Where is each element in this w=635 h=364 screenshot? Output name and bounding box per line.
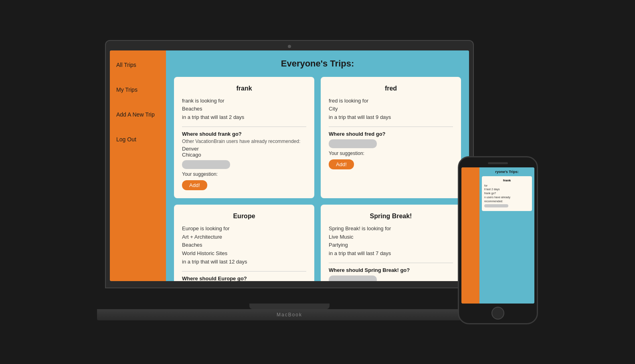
trip-divider-spring-break [329, 263, 453, 263]
trip-looking-for-spring-break: Spring Break! is looking for [329, 225, 391, 231]
trip-looking-for-europe: Europe is looking for [182, 225, 230, 231]
laptop-screen: All Trips My Trips Add A New Trip Log Ou… [110, 50, 469, 281]
suggestion-input-spring-break[interactable] [329, 276, 377, 281]
your-suggestion-label-fred: Your suggestion: [329, 151, 453, 156]
trip-interest-fred-0: City [329, 106, 338, 112]
laptop-camera [288, 45, 291, 48]
phone-page-title: ryone's Trips: [482, 170, 532, 174]
trip-card-title-europe: Europe [182, 213, 306, 220]
trip-suggestion-label-frank: Where should frank go? [182, 131, 306, 137]
add-button-frank[interactable]: Add! [182, 180, 207, 190]
trip-card-europe: Europe Europe is looking for Art + Archi… [174, 205, 314, 281]
laptop-stand [249, 304, 330, 309]
phone-card-text-frank: for ll last 2 days [484, 184, 530, 192]
phone-home-button[interactable] [491, 307, 504, 320]
main-content: Everyone's Trips: frank frank is looking… [166, 50, 469, 281]
trip-duration-spring-break: in a trip that will last 7 days [329, 250, 391, 256]
trip-divider-fred [329, 127, 453, 127]
phone-card-recommended-frank: n users have already recommended: [484, 195, 530, 203]
phone-card-frank: frank for ll last 2 days frank go? n use… [482, 176, 532, 211]
phone-card-question-frank: frank go? [484, 191, 530, 195]
trip-card-fred: fred fred is looking for City in a trip … [321, 77, 461, 198]
trip-card-frank: frank frank is looking for Beaches in a … [174, 77, 314, 198]
sidebar-item-log-out[interactable]: Log Out [110, 133, 166, 146]
sidebar-item-my-trips[interactable]: My Trips [110, 83, 166, 96]
phone-screen: ryone's Trips: frank for ll last 2 days … [461, 167, 534, 304]
trip-duration-europe: in a trip that will last 12 days [182, 259, 247, 265]
scene: All Trips My Trips Add A New Trip Log Ou… [97, 32, 538, 332]
trips-grid: frank frank is looking for Beaches in a … [174, 77, 461, 281]
trip-interest-frank-0: Beaches [182, 106, 202, 112]
trip-recommended-frank-0: Denver [182, 146, 306, 152]
trip-suggestion-label-fred: Where should fred go? [329, 131, 453, 137]
trip-info-spring-break: Spring Break! is looking for Live Music … [329, 225, 453, 258]
laptop-base: MacBook [97, 309, 482, 320]
phone: ryone's Trips: frank for ll last 2 days … [458, 156, 538, 324]
trip-suggestion-label-spring-break: Where should Spring Break! go? [329, 267, 453, 273]
trip-duration-frank: in a trip that will last 2 days [182, 114, 244, 120]
trip-interest-europe-0: Art + Architecture [182, 234, 222, 240]
laptop-body: All Trips My Trips Add A New Trip Log Ou… [105, 40, 474, 288]
laptop-brand: MacBook [277, 312, 302, 318]
sidebar: All Trips My Trips Add A New Trip Log Ou… [110, 50, 166, 281]
trip-info-europe: Europe is looking for Art + Architecture… [182, 225, 306, 266]
sidebar-item-add-trip[interactable]: Add A New Trip [110, 108, 166, 121]
suggestion-input-fred[interactable] [329, 139, 377, 148]
trip-interest-spring-break-0: Live Music [329, 234, 353, 240]
trip-recommended-frank-1: Chicago [182, 152, 306, 158]
sidebar-item-all-trips[interactable]: All Trips [110, 58, 166, 71]
trip-looking-for-fred: fred is looking for [329, 98, 368, 104]
add-button-fred[interactable]: Add! [329, 159, 354, 169]
trip-interest-spring-break-1: Partying [329, 242, 348, 248]
trip-looking-for-frank: frank is looking for [182, 98, 224, 104]
trip-card-spring-break: Spring Break! Spring Break! is looking f… [321, 205, 461, 281]
trip-card-title-frank: frank [182, 85, 306, 92]
trip-info-frank: frank is looking for Beaches in a trip t… [182, 97, 306, 122]
phone-input-frank [484, 204, 508, 207]
laptop: All Trips My Trips Add A New Trip Log Ou… [97, 32, 482, 320]
trip-info-fred: fred is looking for City in a trip that … [329, 97, 453, 122]
trip-divider-europe [182, 271, 306, 271]
trip-suggestion-label-europe: Where should Europe go? [182, 276, 306, 281]
phone-main: ryone's Trips: frank for ll last 2 days … [479, 167, 534, 304]
trip-card-title-spring-break: Spring Break! [329, 213, 453, 220]
page-title: Everyone's Trips: [174, 58, 461, 69]
suggestion-input-frank[interactable] [182, 160, 230, 169]
your-suggestion-label-frank: Your suggestion: [182, 171, 306, 177]
trip-divider-frank [182, 127, 306, 127]
phone-speaker [488, 162, 508, 164]
phone-card-title-frank: frank [484, 179, 530, 182]
trip-recommended-label-frank: Other VacationBrain users have already r… [182, 139, 306, 144]
phone-sidebar [461, 167, 479, 304]
trip-interest-europe-1: Beaches [182, 242, 202, 248]
trip-duration-fred: in a trip that will last 9 days [329, 114, 391, 120]
trip-card-title-fred: fred [329, 85, 453, 92]
trip-interest-europe-2: World Historic Sites [182, 250, 227, 256]
